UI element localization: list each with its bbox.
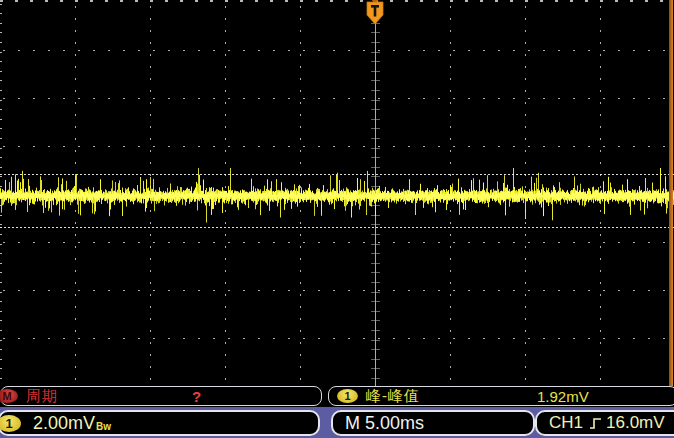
measurement-peak-peak-value: 1.92mV <box>537 388 589 405</box>
trigger-level-value: 16.0mV <box>606 413 665 433</box>
trigger-source-label: CH1 <box>549 413 583 433</box>
status-bar: 1 2.00mV Bw M 5.00ms CH1 16.0mV ← <box>0 407 674 438</box>
measurement-period-box: M 周期 ? <box>0 386 322 406</box>
channel1-badge: 1 <box>0 415 21 432</box>
measurement-peak-peak-label: 峰-峰值 <box>366 387 420 406</box>
measurement-peak-peak-box: 1 峰-峰值 1.92mV <box>328 386 674 406</box>
right-edge-orange-line <box>669 0 673 404</box>
measurement-period-value: ? <box>192 388 201 405</box>
bandwidth-limit-indicator: Bw <box>96 421 111 432</box>
trigger-position-marker-icon <box>364 0 386 26</box>
oscilloscope-screen: M 周期 ? 1 峰-峰值 1.92mV 1 2.00mV Bw M 5.00m… <box>0 0 674 438</box>
measurement-bar: M 周期 ? 1 峰-峰值 1.92mV <box>0 386 674 407</box>
channel-scale-box: 1 2.00mV Bw <box>0 410 320 436</box>
math-source-badge: M <box>0 389 18 403</box>
rising-edge-icon <box>589 415 602 431</box>
timebase-value: M 5.00ms <box>345 413 424 434</box>
trigger-info-box: CH1 16.0mV <box>535 410 674 436</box>
ch1-source-badge: 1 <box>337 389 358 403</box>
measurement-period-label: 周期 <box>26 387 58 406</box>
graticule-waveform-canvas <box>0 0 674 386</box>
timebase-box: M 5.00ms <box>331 410 535 436</box>
channel-scale-value: 2.00mV <box>33 413 95 434</box>
